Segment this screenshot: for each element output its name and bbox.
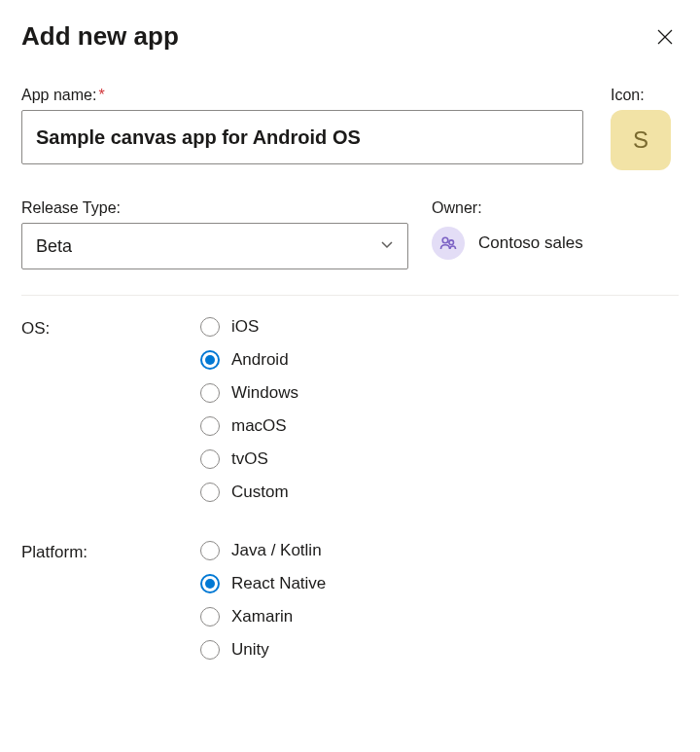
- app-name-input[interactable]: [21, 110, 583, 164]
- platform-option-java-kotlin[interactable]: Java / Kotlin: [200, 541, 326, 560]
- people-icon: [438, 233, 458, 253]
- app-icon-picker[interactable]: S: [611, 110, 671, 170]
- radio-label: macOS: [231, 416, 287, 436]
- release-type-select[interactable]: Beta: [21, 223, 408, 269]
- add-new-app-dialog: Add new app App name:* Icon: S Release T…: [0, 0, 700, 752]
- close-icon: [655, 27, 675, 47]
- app-icon-letter: S: [633, 126, 648, 154]
- platform-option-unity[interactable]: Unity: [200, 640, 326, 660]
- svg-point-3: [449, 240, 454, 245]
- radio-icon: [200, 607, 220, 627]
- owner-name: Contoso sales: [478, 233, 583, 253]
- os-option-tvos[interactable]: tvOS: [200, 449, 298, 469]
- radio-icon: [200, 574, 220, 593]
- radio-label: Windows: [231, 383, 298, 403]
- os-label: OS:: [21, 317, 200, 502]
- radio-label: React Native: [231, 574, 326, 593]
- icon-label: Icon:: [611, 87, 679, 104]
- svg-point-2: [442, 237, 448, 243]
- radio-icon: [200, 640, 220, 660]
- radio-icon: [200, 383, 220, 403]
- app-name-label: App name:*: [21, 87, 583, 104]
- owner-label: Owner:: [432, 199, 679, 217]
- platform-radio-group: Java / KotlinReact NativeXamarinUnity: [200, 541, 326, 660]
- os-option-custom[interactable]: Custom: [200, 483, 298, 502]
- os-radio-group: iOSAndroidWindowsmacOStvOSCustom: [200, 317, 298, 502]
- radio-label: tvOS: [231, 449, 268, 469]
- owner-display[interactable]: Contoso sales: [432, 227, 679, 260]
- radio-icon: [200, 350, 220, 370]
- radio-label: Unity: [231, 640, 269, 660]
- os-option-macos[interactable]: macOS: [200, 416, 298, 436]
- platform-option-xamarin[interactable]: Xamarin: [200, 607, 326, 627]
- radio-label: Java / Kotlin: [231, 541, 322, 560]
- radio-label: Custom: [231, 483, 289, 502]
- radio-label: Android: [231, 350, 289, 370]
- release-type-value: Beta: [36, 236, 72, 257]
- os-section: OS: iOSAndroidWindowsmacOStvOSCustom: [21, 317, 679, 502]
- close-button[interactable]: [651, 23, 679, 51]
- platform-option-react-native[interactable]: React Native: [200, 574, 326, 593]
- os-option-ios[interactable]: iOS: [200, 317, 298, 337]
- radio-label: Xamarin: [231, 607, 293, 627]
- platform-section: Platform: Java / KotlinReact NativeXamar…: [21, 541, 679, 660]
- platform-label: Platform:: [21, 541, 200, 660]
- required-asterisk: *: [98, 87, 104, 103]
- owner-avatar: [432, 227, 465, 260]
- radio-label: iOS: [231, 317, 259, 337]
- dialog-title: Add new app: [21, 21, 179, 52]
- radio-icon: [200, 541, 220, 560]
- os-option-windows[interactable]: Windows: [200, 383, 298, 403]
- radio-icon: [200, 483, 220, 502]
- section-divider: [21, 295, 679, 296]
- os-option-android[interactable]: Android: [200, 350, 298, 370]
- release-type-label: Release Type:: [21, 199, 408, 217]
- radio-icon: [200, 449, 220, 469]
- radio-icon: [200, 416, 220, 436]
- radio-icon: [200, 317, 220, 337]
